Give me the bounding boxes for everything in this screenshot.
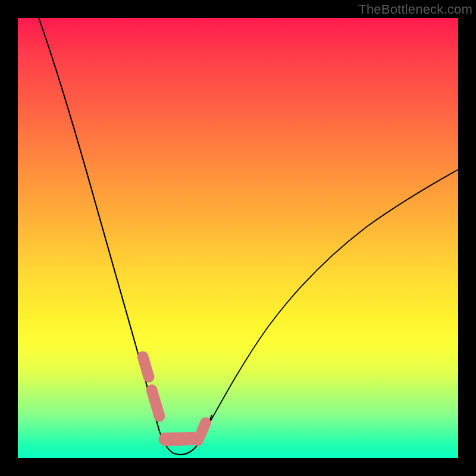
marker-left-lower bbox=[146, 384, 165, 422]
outer-frame: TheBottleneck.com bbox=[0, 0, 476, 476]
bottleneck-curve-left bbox=[39, 18, 212, 455]
plot-area bbox=[18, 18, 458, 458]
curve-layer bbox=[18, 18, 458, 458]
bottleneck-curve-right bbox=[196, 170, 458, 446]
marker-right bbox=[192, 417, 211, 446]
watermark-label: TheBottleneck.com bbox=[358, 2, 472, 17]
marker-left-upper bbox=[137, 351, 155, 383]
